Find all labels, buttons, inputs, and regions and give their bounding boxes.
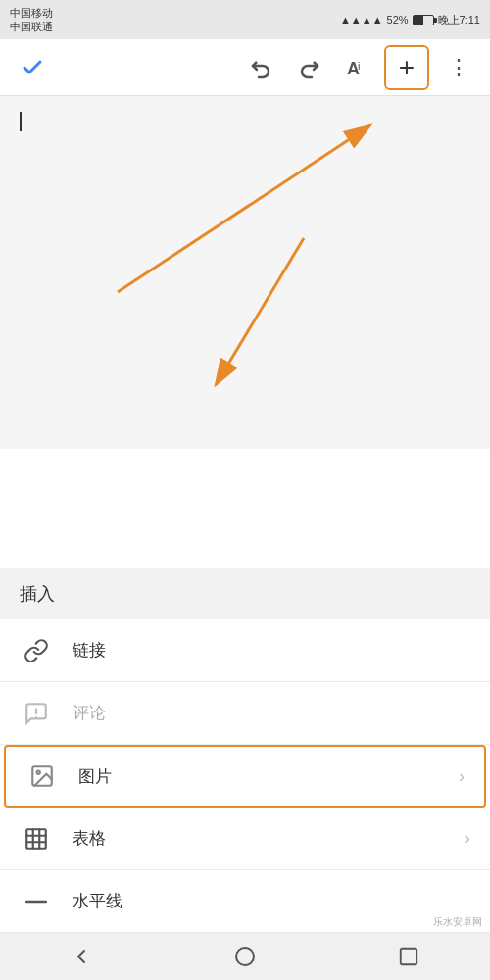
- carrier-info: 中国移动 中国联通: [10, 6, 53, 34]
- table-chevron-icon: ›: [465, 828, 470, 849]
- signal-indicator: ▲▲▲▲: [340, 14, 383, 25]
- carrier1: 中国移动: [10, 6, 53, 20]
- carrier2: 中国联通: [10, 20, 53, 33]
- rule-icon: [20, 889, 53, 914]
- table-icon: [20, 826, 53, 852]
- menu-item-rule[interactable]: 水平线: [0, 870, 490, 933]
- svg-point-9: [37, 771, 40, 774]
- text-cursor: [20, 112, 22, 131]
- recent-apps-button[interactable]: [379, 937, 438, 976]
- menu-item-table[interactable]: 表格 ›: [0, 808, 490, 870]
- toolbar: A i + ⋮: [0, 39, 490, 96]
- table-label: 表格: [73, 827, 465, 850]
- status-indicators: ▲▲▲▲ 52% 晚上7:11: [340, 13, 480, 27]
- time: 晚上7:11: [438, 13, 480, 27]
- document-area[interactable]: [0, 96, 490, 449]
- format-text-button[interactable]: A i: [337, 49, 374, 86]
- svg-point-16: [236, 948, 254, 965]
- svg-rect-17: [400, 949, 416, 965]
- battery-percent: 52%: [387, 14, 409, 25]
- insert-plus-button[interactable]: +: [384, 45, 429, 90]
- image-label: 图片: [78, 765, 459, 788]
- home-button[interactable]: [216, 937, 274, 976]
- image-icon: [25, 763, 59, 789]
- menu-item-link[interactable]: 链接: [0, 619, 490, 682]
- menu-item-comment[interactable]: 评论: [0, 682, 490, 745]
- toolbar-left: [14, 49, 51, 86]
- comment-label: 评论: [73, 702, 470, 724]
- nav-bar: [0, 933, 490, 980]
- more-dots-icon: ⋮: [448, 55, 468, 80]
- more-options-button[interactable]: ⋮: [439, 49, 476, 86]
- insert-menu: 插入 链接 评论 图片 ›: [0, 568, 490, 933]
- toolbar-right: A i + ⋮: [243, 45, 476, 90]
- svg-text:i: i: [358, 60, 360, 72]
- svg-rect-10: [26, 829, 46, 849]
- comment-icon: [20, 701, 53, 726]
- image-chevron-icon: ›: [459, 766, 465, 787]
- battery-icon: [413, 15, 434, 25]
- redo-button[interactable]: [290, 49, 327, 86]
- link-label: 链接: [73, 639, 470, 662]
- back-button[interactable]: [52, 937, 111, 976]
- rule-label: 水平线: [73, 890, 470, 912]
- check-button[interactable]: [14, 49, 51, 86]
- menu-header: 插入: [0, 568, 490, 619]
- plus-icon: +: [399, 54, 415, 81]
- link-icon: [20, 638, 53, 663]
- footer-brand: 乐水安卓网: [433, 915, 482, 929]
- status-bar: 中国移动 中国联通 ▲▲▲▲ 52% 晚上7:11: [0, 0, 490, 39]
- menu-item-image[interactable]: 图片 ›: [4, 745, 486, 808]
- undo-button[interactable]: [243, 49, 280, 86]
